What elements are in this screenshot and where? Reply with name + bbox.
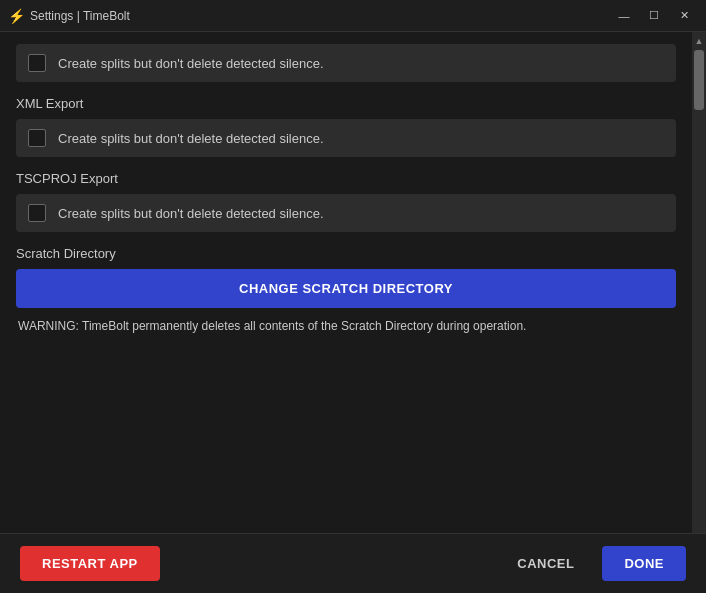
tscproj-export-section: TSCPROJ Export Create splits but don't d… xyxy=(16,171,676,232)
scratch-warning-text: WARNING: TimeBolt permanently deletes al… xyxy=(16,318,676,335)
xml-export-label: XML Export xyxy=(16,96,676,111)
footer-right: CANCEL DONE xyxy=(501,546,686,581)
title-bar-left: ⚡ Settings | TimeBolt xyxy=(8,8,130,24)
restart-app-button[interactable]: RESTART APP xyxy=(20,546,160,581)
scrollbar-thumb[interactable] xyxy=(694,50,704,110)
done-button[interactable]: DONE xyxy=(602,546,686,581)
title-bar: ⚡ Settings | TimeBolt — ☐ ✕ xyxy=(0,0,706,32)
scratch-directory-label: Scratch Directory xyxy=(16,246,676,261)
xml-export-checkbox[interactable] xyxy=(28,129,46,147)
window-title: Settings | TimeBolt xyxy=(30,9,130,23)
top-partial-checkbox[interactable] xyxy=(28,54,46,72)
app-icon: ⚡ xyxy=(8,8,24,24)
scrollbar-track: ▲ xyxy=(692,32,706,533)
window-controls: — ☐ ✕ xyxy=(610,6,698,26)
xml-export-checkbox-label: Create splits but don't delete detected … xyxy=(58,131,324,146)
scroll-area: Create splits but don't delete detected … xyxy=(0,32,692,533)
tscproj-export-row: Create splits but don't delete detected … xyxy=(16,194,676,232)
scrollbar-up-arrow[interactable]: ▲ xyxy=(692,34,706,48)
xml-export-section: XML Export Create splits but don't delet… xyxy=(16,96,676,157)
xml-export-row: Create splits but don't delete detected … xyxy=(16,119,676,157)
change-scratch-directory-button[interactable]: CHANGE SCRATCH DIRECTORY xyxy=(16,269,676,308)
maximize-button[interactable]: ☐ xyxy=(640,6,668,26)
scratch-directory-section: Scratch Directory CHANGE SCRATCH DIRECTO… xyxy=(16,246,676,335)
tscproj-export-label: TSCPROJ Export xyxy=(16,171,676,186)
tscproj-export-checkbox[interactable] xyxy=(28,204,46,222)
close-button[interactable]: ✕ xyxy=(670,6,698,26)
minimize-button[interactable]: — xyxy=(610,6,638,26)
tscproj-export-checkbox-label: Create splits but don't delete detected … xyxy=(58,206,324,221)
top-partial-row: Create splits but don't delete detected … xyxy=(16,44,676,82)
cancel-button[interactable]: CANCEL xyxy=(501,546,590,581)
main-content: Create splits but don't delete detected … xyxy=(0,32,706,533)
footer: RESTART APP CANCEL DONE xyxy=(0,533,706,593)
top-partial-label: Create splits but don't delete detected … xyxy=(58,56,324,71)
